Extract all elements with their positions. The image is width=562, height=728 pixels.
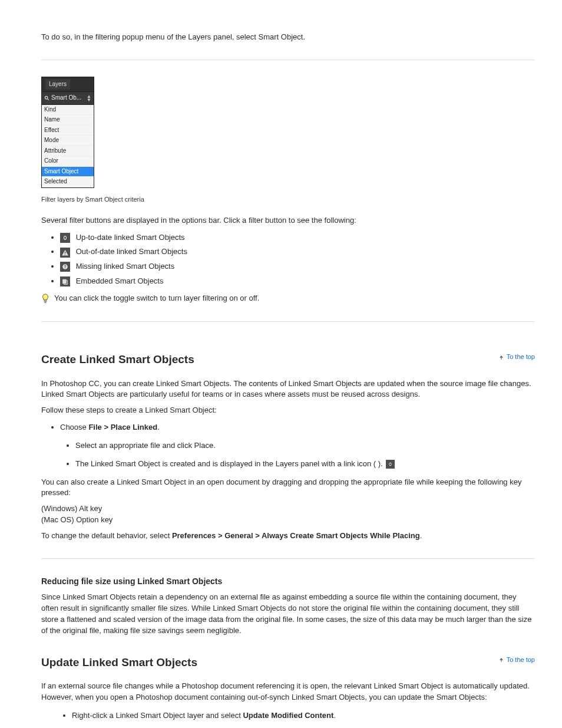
uptodate-link-icon [60, 233, 70, 243]
arrow-up-icon [498, 657, 504, 663]
body-text: Since Linked Smart Objects retain a depe… [41, 592, 535, 636]
layers-filter-option[interactable]: Attribute [42, 146, 94, 157]
link-icon [386, 460, 395, 469]
svg-rect-3 [65, 254, 65, 255]
separator [41, 60, 535, 60]
to-the-top-link[interactable]: To the top [498, 353, 535, 362]
filter-icon-list: Up-to-date linked Smart Objects Out-of-d… [41, 232, 535, 287]
svg-point-0 [45, 97, 48, 100]
layers-filter-option[interactable]: Mode [42, 136, 94, 146]
steps-list: Choose File > Place Linked. Select an ap… [41, 422, 535, 470]
filter-list-item: ? Missing linked Smart Objects [60, 261, 535, 272]
filter-label: Missing linked Smart Objects [76, 262, 175, 271]
subsection-heading: Reducing file size using Linked Smart Ob… [41, 575, 535, 587]
filter-label: Out-of-date linked Smart Objects [76, 247, 187, 256]
svg-rect-2 [65, 251, 65, 253]
filter-label: Embedded Smart Objects [76, 276, 164, 285]
menu-path: Preferences > General > Always Create Sm… [172, 531, 420, 540]
svg-rect-10 [44, 302, 47, 303]
missing-link-icon: ? [60, 262, 70, 272]
menu-path: File > Place Linked [88, 423, 157, 431]
svg-rect-9 [44, 301, 47, 302]
layers-filter-option[interactable]: Effect [42, 126, 94, 136]
layers-filter-bar[interactable]: Smart Ob... ▲▼ [42, 91, 94, 105]
filter-intro: Several filter buttons are displayed in … [41, 215, 535, 226]
layers-filter-option[interactable]: Color [42, 156, 94, 167]
body-text: If an external source file changes while… [41, 681, 535, 703]
updown-icon[interactable]: ▲▼ [87, 95, 91, 102]
svg-line-1 [48, 99, 49, 100]
arrow-up-icon [498, 354, 504, 360]
separator [41, 558, 535, 559]
search-icon [44, 95, 49, 101]
lightbulb-icon [41, 293, 49, 305]
layers-filter-option-selected[interactable]: Smart Object [42, 167, 94, 177]
outofdate-warning-icon [60, 248, 70, 258]
command-name: Update Modified Content [243, 711, 333, 720]
layers-filter-menu: Kind Name Effect Mode Attribute Color Sm… [42, 105, 94, 187]
tip-text: You can click the toggle switch to turn … [54, 293, 259, 304]
body-text: Follow these steps to create a Linked Sm… [41, 405, 535, 416]
filter-list-item: Embedded Smart Objects [60, 276, 535, 287]
tip-row: You can click the toggle switch to turn … [41, 293, 535, 305]
body-text: (Windows) Alt key (Mac OS) Option key [41, 503, 535, 526]
to-the-top-label: To the top [507, 353, 535, 362]
section-heading: Create Linked Smart Objects [41, 351, 498, 368]
layers-filter-option[interactable]: Kind [42, 105, 94, 116]
page: To do so, in the filtering popup menu of… [0, 0, 562, 728]
step-item: Choose File > Place Linked. Select an ap… [60, 422, 535, 470]
filter-list-item: Out-of-date linked Smart Objects [60, 246, 535, 258]
list-item: Right-click a Linked Smart Object layer … [72, 710, 535, 722]
step-text: Choose File > Place Linked. [60, 423, 160, 431]
body-text: In Photoshop CC, you can create Linked S… [41, 378, 535, 401]
layers-panel: Layers Smart Ob... ▲▼ Kind Name Effect M… [41, 77, 94, 188]
svg-rect-8 [44, 300, 47, 301]
layers-filter-option[interactable]: Name [42, 115, 94, 126]
filter-label: Up-to-date linked Smart Objects [76, 233, 185, 242]
body-text: To change the default behavior, select P… [41, 531, 535, 542]
body-text: You can also create a Linked Smart Objec… [41, 477, 535, 499]
to-the-top-link[interactable]: To the top [498, 655, 535, 665]
sub-steps-list: Select an appropriate file and click Pla… [60, 440, 535, 470]
section-heading: Update Linked Smart Objects [41, 654, 498, 671]
layers-filter-option[interactable]: Selected [42, 177, 94, 187]
to-the-top-label: To the top [507, 655, 535, 665]
sub-step-item: The Linked Smart Object is created and i… [75, 459, 535, 470]
figure-caption: Filter layers by Smart Object criteria [41, 195, 535, 205]
separator [41, 321, 535, 322]
intro-text: To do so, in the filtering popup menu of… [41, 32, 535, 43]
filter-list-item: Up-to-date linked Smart Objects [60, 232, 535, 243]
svg-text:?: ? [64, 265, 67, 269]
sub-step-item: Select an appropriate file and click Pla… [75, 440, 535, 452]
layers-filter-selected: Smart Ob... [51, 94, 85, 103]
update-options-list: Right-click a Linked Smart Object layer … [41, 710, 535, 728]
layers-panel-titlebar: Layers [42, 77, 94, 92]
embedded-smartobject-icon [60, 276, 70, 286]
layers-panel-tab[interactable]: Layers [45, 79, 70, 90]
